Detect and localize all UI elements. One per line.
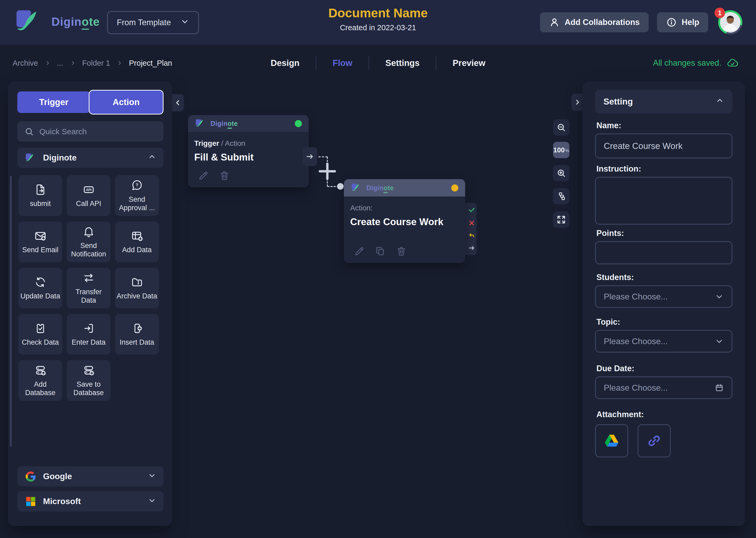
edit-pencil-icon[interactable]	[198, 170, 209, 181]
tab-settings[interactable]: Settings	[369, 58, 436, 68]
section-microsoft[interactable]: Microsoft	[17, 491, 164, 511]
section-label: Google	[43, 471, 72, 481]
zoom-level-indicator[interactable]: 100%	[553, 142, 569, 158]
tile-check-data[interactable]: Check Data	[19, 314, 62, 355]
instruction-textarea[interactable]	[596, 178, 732, 224]
action-tab[interactable]: Action	[89, 90, 164, 115]
archive-folder-icon	[131, 276, 143, 289]
tile-call-api[interactable]: API Call API	[67, 175, 111, 216]
tab-preview[interactable]: Preview	[436, 58, 502, 68]
diginote-logo-icon	[351, 182, 362, 193]
tab-flow[interactable]: Flow	[316, 58, 368, 68]
collapse-settings-button[interactable]	[571, 93, 583, 111]
transfer-data-icon	[82, 272, 95, 284]
brand-wordmark: Diginote	[51, 15, 100, 28]
tile-archive-data[interactable]: Archive Data	[115, 268, 159, 308]
students-select[interactable]: Please Choose...	[595, 285, 732, 308]
approval-question-icon: ?	[131, 179, 143, 192]
arrow-right-icon	[468, 244, 476, 252]
file-submit-icon	[34, 183, 47, 196]
auto-layout-button[interactable]	[553, 188, 569, 204]
sidebar-scrollbar[interactable]	[10, 176, 12, 447]
node-output-arrow[interactable]	[464, 241, 477, 255]
undo-button[interactable]	[464, 229, 477, 243]
name-input[interactable]	[596, 134, 732, 158]
chevron-down-icon[interactable]	[148, 471, 156, 482]
attach-google-drive-button[interactable]	[595, 424, 628, 457]
node-body: Action: Create Course Work	[344, 196, 465, 228]
fullscreen-button[interactable]	[553, 211, 569, 228]
node-header: Diginote	[344, 179, 465, 196]
tile-send-approval[interactable]: ? Send Approval ...	[115, 175, 159, 216]
add-collaborations-button[interactable]: Add Collaborations	[540, 12, 649, 32]
from-template-dropdown[interactable]: From Template	[107, 11, 199, 34]
tile-submit[interactable]: submit	[19, 175, 62, 216]
topic-select[interactable]: Please Choose...	[595, 330, 732, 352]
search-icon	[24, 127, 34, 136]
chevron-down-icon[interactable]	[148, 496, 156, 507]
points-input[interactable]	[596, 242, 732, 263]
status-dot-green	[295, 120, 302, 127]
section-diginote[interactable]: Diginote	[17, 148, 164, 168]
chevron-up-icon[interactable]	[148, 153, 156, 163]
tab-design[interactable]: Design	[254, 58, 316, 68]
chevron-right-icon	[573, 98, 581, 106]
tile-save-to-database[interactable]: Save to Database	[67, 360, 111, 401]
attach-link-button[interactable]	[638, 424, 671, 457]
svg-text:?: ?	[136, 183, 138, 187]
students-label: Students:	[596, 273, 634, 282]
zoom-in-icon	[556, 168, 566, 178]
due-date-picker[interactable]: Please Choose...	[595, 376, 732, 399]
user-avatar[interactable]: 1	[718, 10, 742, 34]
notification-badge[interactable]: 1	[715, 8, 725, 18]
approve-check-button[interactable]	[464, 203, 477, 217]
tile-insert-data[interactable]: Insert Data	[115, 314, 159, 355]
tile-enter-data[interactable]: Enter Data	[67, 314, 111, 355]
node-brand-wordmark: Diginote	[366, 184, 394, 192]
tile-transfer-data[interactable]: Transfer Data	[67, 268, 111, 308]
add-node-plus-icon[interactable]	[319, 163, 336, 180]
chevron-down-icon	[180, 17, 189, 28]
tile-add-data[interactable]: Add Data	[115, 221, 159, 262]
save-status: All changes saved.	[653, 45, 739, 81]
reject-x-button[interactable]	[464, 216, 477, 230]
document-created-date: Created in 2022-03-21	[328, 24, 428, 32]
tile-update-data[interactable]: Update Data	[19, 268, 62, 308]
update-data-icon	[34, 276, 47, 289]
expand-arrows-icon	[556, 215, 566, 225]
breadcrumb-ellipsis[interactable]: ...	[57, 59, 63, 68]
delete-trash-icon[interactable]	[396, 245, 407, 257]
setting-section-header[interactable]: Setting	[595, 90, 732, 114]
breadcrumb-folder[interactable]: Folder 1	[82, 59, 110, 68]
instruction-label: Instruction:	[596, 164, 641, 174]
instruction-field-box	[595, 177, 732, 225]
tile-send-notification[interactable]: Send Notification	[67, 221, 111, 262]
node-body: Trigger / Action Fill & Submit	[188, 132, 309, 163]
flow-node-action[interactable]: Diginote Action: Create Course Work	[344, 179, 465, 263]
zoom-in-button[interactable]	[553, 165, 569, 181]
edit-pencil-icon[interactable]	[354, 245, 365, 257]
add-database-icon	[34, 364, 47, 377]
sub-bar: Archive ... Folder 1 Project_Plan Design…	[0, 45, 756, 81]
trigger-tab[interactable]: Trigger	[17, 91, 90, 113]
diginote-logo-icon	[195, 118, 206, 129]
points-field-box	[595, 241, 732, 264]
section-google[interactable]: Google	[17, 466, 164, 487]
copy-icon[interactable]	[375, 245, 386, 257]
flow-node-trigger[interactable]: Diginote Trigger / Action Fill & Submit	[188, 115, 309, 187]
tile-send-email[interactable]: Send Email	[19, 221, 62, 262]
node-output-arrow[interactable]	[303, 147, 317, 166]
google-drive-icon	[603, 433, 620, 449]
collapse-sidebar-button[interactable]	[172, 94, 184, 111]
help-button[interactable]: Help	[657, 12, 708, 32]
info-icon	[666, 17, 677, 28]
zoom-out-button[interactable]	[553, 119, 569, 135]
chevron-down-icon	[715, 337, 724, 346]
document-title: Document Name	[328, 6, 428, 20]
delete-trash-icon[interactable]	[219, 170, 230, 181]
search-input[interactable]	[39, 127, 157, 136]
tile-add-database[interactable]: Add Database	[19, 360, 62, 401]
breadcrumb-archive[interactable]: Archive	[13, 59, 38, 68]
brand[interactable]: Diginote	[14, 6, 100, 38]
chevron-right-icon	[116, 60, 122, 66]
